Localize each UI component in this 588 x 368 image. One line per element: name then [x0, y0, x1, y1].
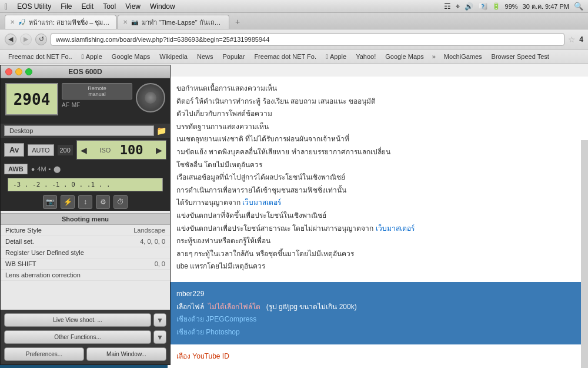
- eos-top-row: 2904 Remotemanual AF MF: [5, 83, 165, 115]
- eos-mf-label: MF: [72, 102, 80, 108]
- address-bar[interactable]: [51, 33, 564, 46]
- close-button[interactable]: [5, 68, 12, 75]
- forum-text-10: ได้รับการอนุญาตจาก เว็บมาสเตอร์: [176, 197, 579, 210]
- eos-live-view-icon[interactable]: ▼: [153, 313, 166, 327]
- eos-settings-icon[interactable]: ⚙: [96, 195, 110, 209]
- eos-wb-shift-label: WB SHIFT: [5, 260, 36, 267]
- eos-menu-picture-style[interactable]: Picture Style Landscape: [1, 225, 170, 236]
- forward-button[interactable]: ▶: [20, 34, 32, 45]
- eos-iso-icon: ISO: [99, 147, 111, 154]
- eos-preferences-button[interactable]: Preferences...: [4, 347, 84, 361]
- new-tab-button[interactable]: +: [230, 15, 245, 29]
- menu-file[interactable]: File: [61, 2, 72, 11]
- forum-text-4: บรรทัดฐานการแสดงความเห็น: [176, 121, 579, 134]
- tab-close-1[interactable]: ✕: [10, 19, 15, 25]
- forum-blue-section: mber229 เลือกไฟล์ ไม่ได้เลือกไฟล์ใด (รูป…: [168, 282, 588, 344]
- battery-icon: 🔋: [492, 2, 500, 10]
- bookmark-star[interactable]: ☆: [568, 35, 576, 44]
- forum-text-6: ามขัดแย้ง พาดพิงบุคคลอื่นให้เสียหาย ทำลา…: [176, 146, 579, 159]
- link-jpegcompress[interactable]: เชียงด้วย JPEGCompress: [176, 315, 256, 323]
- eos-other-functions-icon[interactable]: ▼: [153, 330, 166, 344]
- eos-auto-badge: AUTO: [28, 144, 54, 156]
- page-number: 4: [579, 35, 583, 44]
- datetime: 30 ต.ค. 9:47 PM: [523, 1, 569, 12]
- bookmark-googlemaps2[interactable]: Google Maps: [382, 52, 427, 61]
- app-menu-eos[interactable]: EOS Utility: [17, 2, 51, 11]
- eos-shooting-menu: Shooting menu Picture Style Landscape De…: [1, 211, 170, 310]
- eos-folder-icon[interactable]: 📁: [156, 126, 166, 135]
- forum-text-13: กระทู้ของท่านหรือตะกรู้ให้เพื่อน: [176, 235, 579, 248]
- link-webmaster2[interactable]: เว็บมาสเตอร์: [376, 224, 415, 233]
- eos-main-window-button[interactable]: Main Window...: [86, 347, 166, 361]
- eos-detail-set-value: 4, 0, 0, 0: [140, 238, 165, 245]
- eos-iso-left-arrow[interactable]: ◀: [77, 145, 91, 155]
- link-youtube-id[interactable]: เลือง YouTube ID: [176, 350, 229, 362]
- eos-flash-icon[interactable]: ⚡: [61, 195, 75, 209]
- eos-menu-detail-set[interactable]: Detail set. 4, 0, 0, 0: [1, 236, 170, 247]
- page-scrollbar[interactable]: [581, 140, 588, 368]
- eos-quality-icon: ▪: [49, 165, 51, 173]
- reload-button[interactable]: ↺: [35, 34, 47, 45]
- bookmark-googlemaps[interactable]: Google Maps: [108, 52, 153, 61]
- eos-menu-wb-shift[interactable]: WB SHIFT 0, 0: [1, 258, 170, 270]
- eos-mode-icon: ⬤: [54, 165, 61, 173]
- spotlight-icon[interactable]: 🔍: [574, 2, 583, 11]
- bookmark-popular[interactable]: Popular: [219, 52, 248, 61]
- eos-live-view-button[interactable]: Live View shoot. ...: [4, 313, 151, 327]
- apple-menu[interactable]: : [5, 2, 8, 11]
- forum-text-1: ขอกำหนดเนื้อการแสดงความเห็น: [176, 82, 579, 95]
- bookmark-apple2[interactable]:  Apple: [322, 52, 350, 61]
- eos-timer-icon[interactable]: ⏱: [113, 195, 128, 209]
- eos-metering-icon: ●: [31, 165, 35, 173]
- eos-menu-lens-correction[interactable]: Lens aberration correction: [1, 270, 170, 281]
- eos-utility-panel: EOS 600D 2904 Remotemanual AF MF: [0, 65, 171, 365]
- eos-picture-style-label: Picture Style: [5, 227, 42, 234]
- bookmark-mochigames[interactable]: MochiGames: [440, 52, 486, 61]
- eos-remote-manual[interactable]: Remotemanual: [62, 83, 132, 100]
- forum-text-5: เนเชตอุทยานแห่งชาติ ที่ไม่ได้รับการผ่อนผ…: [176, 133, 579, 146]
- eos-menu-register-style[interactable]: Register User Defined style: [1, 247, 170, 258]
- menu-tool[interactable]: Tool: [103, 2, 116, 11]
- tab-close-2[interactable]: ✕: [123, 19, 128, 25]
- eos-action-buttons-row1: Live View shoot. ... ▼: [1, 310, 170, 330]
- maximize-button[interactable]: [25, 68, 32, 75]
- eos-desktop-row: Desktop 📁: [1, 124, 170, 138]
- eos-controls: Remotemanual AF MF: [62, 83, 132, 115]
- browser-toolbar: ◀ ▶ ↺ ☆ 4: [0, 29, 588, 49]
- eos-mode-dial[interactable]: [136, 83, 165, 112]
- link-photoshop[interactable]: เชียงด้วย Photoshop: [176, 328, 240, 336]
- menu-window[interactable]: Window: [150, 2, 175, 11]
- forum-blue-compress: เชียงด้วย JPEGCompress: [176, 313, 579, 326]
- menu-edit[interactable]: Edit: [81, 2, 93, 11]
- bookmark-apple[interactable]:  Apple: [78, 52, 106, 61]
- forum-form-area: เลือง YouTube ID: [168, 344, 588, 367]
- eos-bottom-icons-row: 📷 ⚡ ↕ ⚙ ⏱: [1, 193, 170, 211]
- eos-wb-shift-value: 0, 0: [155, 260, 165, 267]
- tab-label-2: มาทำ "Time-Lapse" กันเถอะ...: [142, 17, 224, 28]
- eos-other-functions-button[interactable]: Other Functions...: [4, 330, 151, 344]
- eos-photo-icon[interactable]: 📷: [43, 195, 57, 209]
- eos-iso-display: ◀ ISO 100 ▶: [76, 140, 166, 160]
- tab-label-1: หน้าแรก: สยามฟิชชิ่ง – ชุมชนนำ...: [29, 17, 111, 28]
- link-webmaster1[interactable]: เว็บมาสเตอร์: [242, 198, 281, 207]
- minimize-button[interactable]: [15, 68, 22, 75]
- eos-af-mode-icon[interactable]: ↕: [78, 195, 92, 209]
- menu-view[interactable]: View: [125, 2, 141, 11]
- battery-percent: 99%: [505, 3, 518, 10]
- bookmark-freemac2[interactable]: Freemac dot NET Fo.: [250, 52, 320, 61]
- eos-lens-correction-label: Lens aberration correction: [5, 271, 81, 279]
- bookmark-wikipedia[interactable]: Wikipedia: [156, 52, 191, 61]
- bookmarks-bar: Freemac dot NET Fo..  Apple Google Maps…: [0, 49, 588, 64]
- bookmark-more-button[interactable]: »: [430, 52, 438, 61]
- bookmark-yahoo[interactable]: Yahoo!: [352, 52, 379, 61]
- forum-text-15: ube แทรกโดยไม่มีเหตุอันควร: [176, 260, 579, 273]
- tab-2[interactable]: ✕ 📷 มาทำ "Time-Lapse" กันเถอะ...: [118, 15, 229, 29]
- menubar:  EOS Utility File Edit Tool View Window…: [0, 0, 588, 13]
- bookmark-news[interactable]: News: [193, 52, 217, 61]
- bookmark-freemac[interactable]: Freemac dot NET Fo..: [5, 52, 76, 61]
- bookmark-browserspeedtest[interactable]: Browser Speed Test: [488, 52, 553, 61]
- eos-iso-right-arrow[interactable]: ▶: [152, 145, 166, 155]
- eos-av-iso-row: Av AUTO 200 ◀ ISO 100 ▶: [1, 138, 170, 162]
- back-button[interactable]: ◀: [5, 34, 16, 45]
- tab-1[interactable]: ✕ 🎣 หน้าแรก: สยามฟิชชิ่ง – ชุมชนนำ...: [5, 15, 116, 29]
